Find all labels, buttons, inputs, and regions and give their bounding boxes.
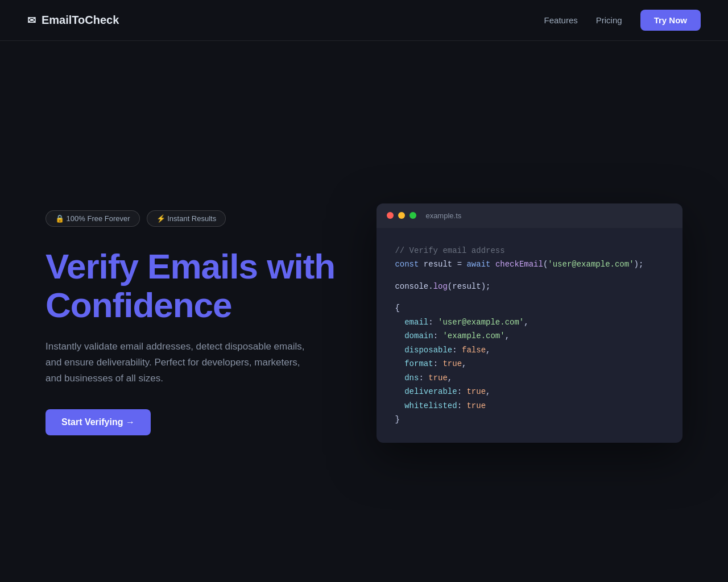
code-blank-1 (395, 272, 664, 280)
dot-yellow (398, 212, 405, 219)
code-line-11: whitelisted: true (395, 399, 664, 413)
nav-try-now-button[interactable]: Try Now (640, 10, 701, 31)
code-line-9: dns: true, (395, 371, 664, 385)
logo-icon: ✉ (27, 14, 36, 27)
hero-badges: 🔒 100% Free Forever ⚡ Instant Results (46, 210, 351, 227)
nav-links: Features Pricing Try Now (544, 10, 701, 31)
code-body: // Verify email address const result = a… (377, 228, 682, 443)
logo[interactable]: ✉ EmailToCheck (27, 14, 119, 27)
nav-pricing-link[interactable]: Pricing (596, 15, 622, 25)
hero-right: example.ts // Verify email address const… (377, 203, 682, 443)
code-filename: example.ts (425, 211, 461, 220)
code-line-4: { (395, 301, 664, 315)
code-line-6: domain: 'example.com', (395, 329, 664, 343)
hero-subtitle: Instantly validate email addresses, dete… (46, 339, 307, 386)
code-line-1: // Verify email address (395, 244, 664, 258)
code-blank-2 (395, 293, 664, 301)
logo-text: EmailToCheck (42, 14, 119, 27)
badge-instant: ⚡ Instant Results (147, 210, 226, 227)
code-line-3: console.log(result); (395, 280, 664, 294)
hero-title: Verify Emails with Confidence (46, 247, 351, 325)
code-line-12: } (395, 413, 664, 427)
hero-left: 🔒 100% Free Forever ⚡ Instant Results Ve… (46, 210, 351, 435)
badge-free: 🔒 100% Free Forever (46, 210, 140, 227)
code-line-5: email: 'user@example.com', (395, 315, 664, 330)
code-line-8: format: true, (395, 357, 664, 371)
code-line-7: disposable: false, (395, 343, 664, 357)
nav-features-link[interactable]: Features (544, 15, 578, 25)
hero-section: 🔒 100% Free Forever ⚡ Instant Results Ve… (0, 41, 728, 582)
code-line-2: const result = await checkEmail('user@ex… (395, 257, 664, 272)
dot-red (387, 212, 394, 219)
code-titlebar: example.ts (377, 203, 682, 228)
dot-green (410, 212, 416, 219)
navbar: ✉ EmailToCheck Features Pricing Try Now (0, 0, 728, 41)
code-window: example.ts // Verify email address const… (377, 203, 682, 443)
hero-cta-button[interactable]: Start Verifying → (46, 409, 151, 435)
code-line-10: deliverable: true, (395, 385, 664, 399)
